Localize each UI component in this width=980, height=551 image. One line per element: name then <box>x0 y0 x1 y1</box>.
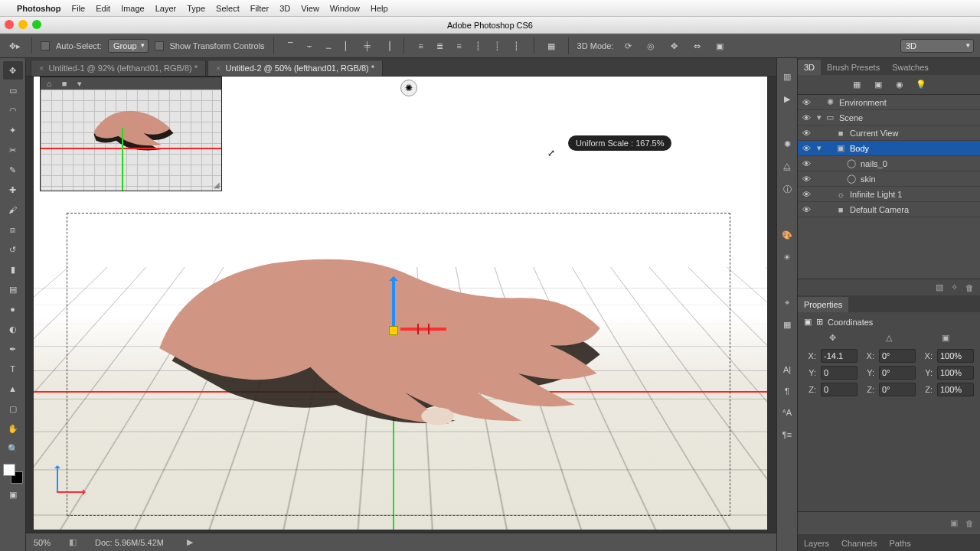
dist-left-icon[interactable]: ┆ <box>470 38 487 54</box>
rail-adjust-icon[interactable]: ☀ <box>783 253 791 262</box>
doc-size-readout[interactable]: Doc: 5.96M/5.42M <box>95 538 164 547</box>
visibility-eye-icon[interactable]: 👁 <box>798 113 815 122</box>
menu-edit[interactable]: Edit <box>96 4 110 13</box>
tree-row[interactable]: 👁✺Environment <box>798 95 980 110</box>
menu-help[interactable]: Help <box>371 4 388 13</box>
twisty-icon[interactable]: ▾ <box>815 143 824 153</box>
crop-tool[interactable]: ✂ <box>3 141 23 159</box>
menu-window[interactable]: Window <box>330 4 360 13</box>
visibility-eye-icon[interactable]: 👁 <box>798 190 815 199</box>
wand-tool[interactable]: ✦ <box>3 121 23 139</box>
3d-scene-tree[interactable]: 👁✺Environment👁▾▭Scene👁■Current View👁▾▣Bo… <box>798 95 980 279</box>
tab-3d[interactable]: 3D <box>798 60 821 75</box>
visibility-eye-icon[interactable]: 👁 <box>798 144 815 153</box>
rail-play-icon[interactable]: ▶ <box>784 94 790 104</box>
filter-light-icon[interactable]: 💡 <box>914 80 928 90</box>
move-tool[interactable]: ✥ <box>3 61 23 80</box>
menu-filter[interactable]: Filter <box>250 4 269 13</box>
gizmo-x-axis[interactable] <box>400 328 446 331</box>
mesh-icon[interactable]: ▣ <box>804 317 812 327</box>
secondary-3d-view[interactable]: ⌂ ■ ▾ ◢ <box>40 77 222 191</box>
window-close-button[interactable] <box>5 20 14 29</box>
coords-icon[interactable]: ⊞ <box>816 317 823 327</box>
rail-char-icon[interactable]: A| <box>783 365 791 374</box>
rail-grid-icon[interactable]: ▦ <box>783 320 791 330</box>
visibility-eye-icon[interactable]: 👁 <box>798 129 815 138</box>
zoom-readout[interactable]: 50% <box>34 538 51 547</box>
twisty-icon[interactable]: ▾ <box>815 112 824 122</box>
filter-mesh-icon[interactable]: ▣ <box>871 80 885 90</box>
tab-paths[interactable]: Paths <box>884 536 917 551</box>
align-right-icon[interactable]: ▕ <box>378 38 395 54</box>
status-menu-icon[interactable]: ▶ <box>187 537 193 547</box>
history-brush-tool[interactable]: ↺ <box>3 240 23 259</box>
dist-bottom-icon[interactable]: ≡ <box>451 38 468 54</box>
traffic-lights[interactable] <box>5 20 41 29</box>
pen-tool[interactable]: ✒ <box>3 340 23 358</box>
sv-home-icon[interactable]: ⌂ <box>44 79 54 88</box>
type-tool[interactable]: T <box>3 360 23 378</box>
tree-row[interactable]: 👁◯nails_0 <box>798 156 980 171</box>
visibility-eye-icon[interactable]: 👁 <box>798 98 815 107</box>
pan-icon[interactable]: ✥ <box>665 38 682 54</box>
slide-icon[interactable]: ⇔ <box>688 38 705 54</box>
rot-x-input[interactable] <box>879 349 916 363</box>
render-to-canvas-icon[interactable]: ▣ <box>950 518 958 528</box>
scale3d-icon[interactable]: ▣ <box>711 38 728 54</box>
menu-layer[interactable]: Layer <box>155 4 177 13</box>
align-vcenter-icon[interactable]: ⫟ <box>302 38 318 54</box>
heal-tool[interactable]: ✚ <box>3 181 23 199</box>
menu-type[interactable]: Type <box>187 4 205 13</box>
workspace-dropdown[interactable]: 3D <box>900 39 974 53</box>
gradient-tool[interactable]: ▤ <box>3 280 23 298</box>
align-hcenter-icon[interactable]: ╪ <box>359 38 376 54</box>
rail-info-icon[interactable]: ⓘ <box>783 184 792 195</box>
shape-tool[interactable]: ▢ <box>3 399 23 418</box>
tree-row[interactable]: 👁◯skin <box>798 171 980 187</box>
rail-light-icon[interactable]: ✺ <box>784 139 791 149</box>
visibility-eye-icon[interactable]: 👁 <box>798 174 815 184</box>
align-top-icon[interactable]: ⎺ <box>283 38 299 54</box>
window-zoom-button[interactable] <box>32 20 41 29</box>
dist-right-icon[interactable]: ┆ <box>508 38 525 54</box>
tab-swatches[interactable]: Swatches <box>886 60 935 75</box>
dist-vcenter-icon[interactable]: ≣ <box>432 38 449 54</box>
auto-select-target-dropdown[interactable]: Group <box>108 39 149 53</box>
tab-channels[interactable]: Channels <box>835 536 883 551</box>
bounding-box[interactable] <box>67 213 730 517</box>
rail-styles2-icon[interactable]: ¶≡ <box>782 430 792 439</box>
gizmo-y-axis[interactable] <box>392 277 395 326</box>
rail-styles-icon[interactable]: ᴬA <box>782 408 792 418</box>
doc-tab-1[interactable]: ×Untitled-1 @ 92% (lefthand01, RGB/8) * <box>31 60 206 76</box>
rail-tool-icon[interactable]: ⌖ <box>785 298 789 308</box>
doc-tab-2[interactable]: ×Untitled-2 @ 50% (lefthand01, RGB/8) * <box>207 60 383 76</box>
mac-menubar[interactable]: Photoshop File Edit Image Layer Type Sel… <box>0 0 980 17</box>
new-light-icon[interactable]: ✧ <box>951 282 958 292</box>
tab-properties[interactable]: Properties <box>798 297 848 312</box>
menu-select[interactable]: Select <box>216 4 240 13</box>
rail-histogram-icon[interactable]: ⧋ <box>783 161 791 171</box>
rot-z-input[interactable] <box>879 383 916 396</box>
menu-3d[interactable]: 3D <box>279 4 290 13</box>
menu-image[interactable]: Image <box>121 4 145 13</box>
filter-material-icon[interactable]: ◉ <box>893 80 906 90</box>
close-tab-icon[interactable]: × <box>216 64 220 73</box>
show-transform-checkbox[interactable] <box>155 41 164 51</box>
rail-color-icon[interactable]: 🎨 <box>782 230 792 240</box>
visibility-eye-icon[interactable]: 👁 <box>798 159 815 168</box>
move-tool-icon[interactable]: ✥▸ <box>6 38 23 54</box>
filter-scene-icon[interactable]: ▦ <box>850 80 864 90</box>
menu-view[interactable]: View <box>301 4 319 13</box>
rail-edit-icon[interactable]: ▥ <box>783 72 791 82</box>
scl-y-input[interactable] <box>937 366 974 380</box>
stamp-tool[interactable]: ⧇ <box>3 220 23 239</box>
canvas-area[interactable]: ⤢ ✺ Uniform Scale : 167.5% ⌂ ■ ▾ <box>26 77 776 551</box>
close-tab-icon[interactable]: × <box>39 64 44 73</box>
align-left-icon[interactable]: ▏ <box>340 38 357 54</box>
blur-tool[interactable]: ● <box>3 300 23 318</box>
visibility-eye-icon[interactable]: 👁 <box>798 205 815 214</box>
orbit-icon[interactable]: ⟳ <box>619 38 636 54</box>
tab-layers[interactable]: Layers <box>798 536 835 551</box>
pos-x-input[interactable] <box>821 349 858 363</box>
align-bottom-icon[interactable]: ⎽ <box>321 38 338 54</box>
